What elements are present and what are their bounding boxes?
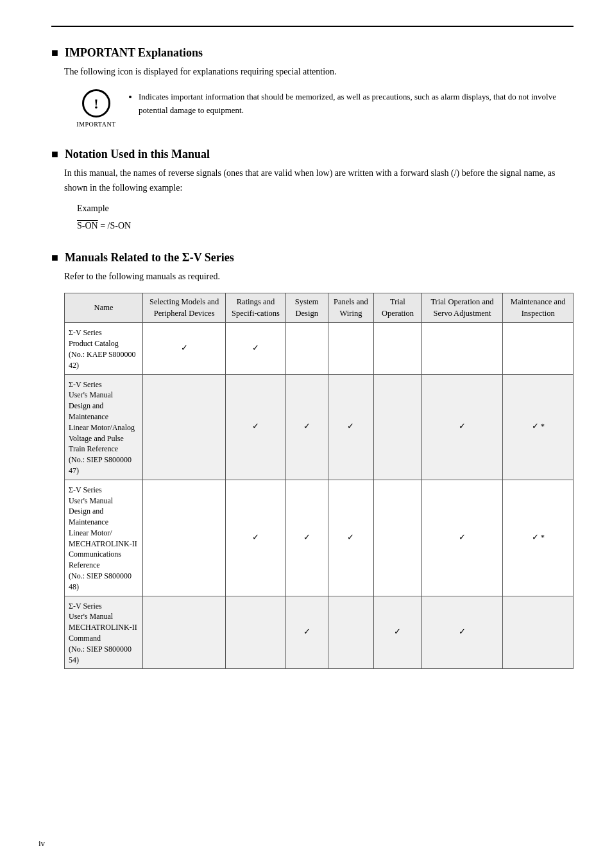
table-row: Σ-V SeriesUser's ManualMECHATROLINK-IICo… — [65, 596, 574, 669]
table-cell-check — [143, 374, 226, 480]
col-header-selecting: Selecting Models and Peripheral Devices — [143, 293, 226, 323]
table-cell-name: Σ-V SeriesUser's ManualMECHATROLINK-IICo… — [65, 596, 143, 669]
table-cell-check — [285, 323, 328, 374]
table-cell-check: ✓ — [328, 480, 374, 596]
table-cell-check — [226, 596, 286, 669]
page-number: iv — [38, 838, 45, 849]
formula-rest: = /S-ON — [98, 221, 131, 230]
table-row: Σ-V SeriesProduct Catalog(No.: KAEP S800… — [65, 323, 574, 374]
table-cell-check — [503, 323, 574, 374]
col-header-maintenance: Maintenance and Inspection — [503, 293, 574, 323]
notation-heading: Notation Used in this Manual — [51, 148, 574, 161]
formula: S-ON = /S-ON — [77, 219, 561, 233]
table-cell-check — [143, 480, 226, 596]
col-header-panels: Panels and Wiring — [328, 293, 374, 323]
important-symbol: ! — [94, 92, 98, 115]
table-cell-check — [374, 374, 421, 480]
table-cell-check: ✓ — [421, 596, 503, 669]
manuals-intro: Refer to the following manuals as requir… — [64, 270, 574, 284]
important-box: ! IMPORTANT Indicates important informat… — [77, 89, 574, 130]
important-circle: ! — [82, 89, 110, 117]
manuals-heading-text: Manuals Related to the Σ-V Series — [65, 251, 234, 265]
table-cell-check — [328, 596, 374, 669]
important-body: The following icon is displayed for expl… — [64, 65, 574, 130]
table-cell-check — [503, 596, 574, 669]
table-cell-check: ✓ — [374, 596, 421, 669]
important-bullet: Indicates important information that sho… — [139, 91, 574, 116]
col-header-trial-servo: Trial Operation and Servo Adjustment — [421, 293, 503, 323]
manuals-table: Name Selecting Models and Peripheral Dev… — [64, 293, 574, 669]
table-header-row: Name Selecting Models and Peripheral Dev… — [65, 293, 574, 323]
col-header-system: System Design — [285, 293, 328, 323]
table-cell-check: ✓ — [226, 480, 286, 596]
table-row: Σ-V SeriesUser's ManualDesign andMainten… — [65, 480, 574, 596]
col-header-ratings: Ratings and Specifi-cations — [226, 293, 286, 323]
manuals-heading: Manuals Related to the Σ-V Series — [51, 251, 574, 265]
table-cell-check: ✓ — [421, 374, 503, 480]
notation-heading-text: Notation Used in this Manual — [65, 148, 210, 161]
important-section: IMPORTANT Explanations The following ico… — [51, 46, 574, 130]
formula-overline: S-ON — [77, 221, 98, 230]
col-header-trial-op: Trial Operation — [374, 293, 421, 323]
table-cell-check — [374, 480, 421, 596]
col-header-name: Name — [65, 293, 143, 323]
table-cell-check: ✓ — [285, 480, 328, 596]
table-cell-check: ✓ — [143, 323, 226, 374]
important-heading: IMPORTANT Explanations — [51, 46, 574, 60]
table-cell-check — [374, 323, 421, 374]
example-block: Example S-ON = /S-ON — [77, 202, 561, 233]
table-cell-check: ✓ — [285, 374, 328, 480]
table-cell-check: ✓ — [421, 480, 503, 596]
notation-intro: In this manual, the names of reverse sig… — [64, 166, 574, 195]
notation-section: Notation Used in this Manual In this man… — [51, 148, 574, 233]
notation-body: In this manual, the names of reverse sig… — [64, 166, 574, 233]
table-cell-check: ✓ — [226, 374, 286, 480]
table-cell-name: Σ-V SeriesProduct Catalog(No.: KAEP S800… — [65, 323, 143, 374]
table-cell-check: ✓ — [328, 374, 374, 480]
table-cell-check — [421, 323, 503, 374]
table-row: Σ-V SeriesUser's ManualDesign andMainten… — [65, 374, 574, 480]
table-cell-check: ✓ — [226, 323, 286, 374]
important-description: Indicates important information that sho… — [128, 89, 574, 116]
important-intro: The following icon is displayed for expl… — [64, 65, 574, 79]
table-cell-check: ✓ * — [503, 374, 574, 480]
important-heading-text: IMPORTANT Explanations — [65, 46, 203, 60]
manuals-body: Refer to the following manuals as requir… — [64, 270, 574, 670]
table-cell-check — [328, 323, 374, 374]
important-icon-label: IMPORTANT — [76, 119, 115, 130]
table-cell-check — [143, 596, 226, 669]
table-cell-name: Σ-V SeriesUser's ManualDesign andMainten… — [65, 480, 143, 596]
table-cell-check: ✓ — [285, 596, 328, 669]
table-cell-name: Σ-V SeriesUser's ManualDesign andMainten… — [65, 374, 143, 480]
table-cell-check: ✓ * — [503, 480, 574, 596]
top-rule — [51, 26, 574, 27]
example-label: Example — [77, 202, 561, 216]
important-icon: ! IMPORTANT — [77, 89, 115, 130]
manuals-section: Manuals Related to the Σ-V Series Refer … — [51, 251, 574, 670]
